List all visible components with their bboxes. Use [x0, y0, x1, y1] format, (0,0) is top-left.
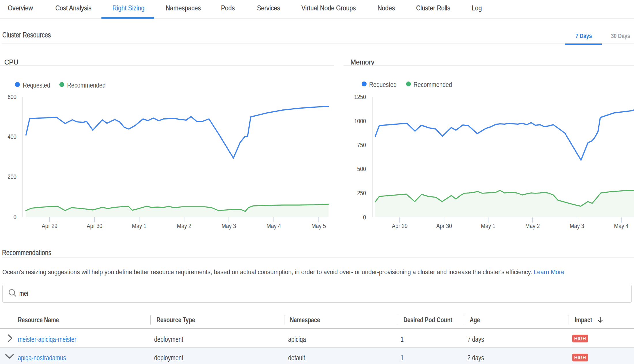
svg-text:May 3: May 3 — [222, 223, 236, 230]
svg-text:1000: 1000 — [354, 118, 366, 125]
svg-text:400: 400 — [7, 133, 16, 140]
svg-text:Apr 29: Apr 29 — [42, 223, 57, 230]
svg-text:Apr 29: Apr 29 — [392, 223, 407, 230]
svg-text:0: 0 — [363, 214, 366, 221]
svg-text:1250: 1250 — [354, 94, 366, 101]
svg-text:Apr 30: Apr 30 — [87, 223, 102, 230]
svg-text:May 2: May 2 — [177, 223, 191, 230]
svg-text:250: 250 — [357, 190, 366, 197]
svg-text:May 3: May 3 — [570, 223, 584, 230]
svg-text:May 5: May 5 — [312, 223, 326, 230]
svg-text:600: 600 — [7, 94, 16, 101]
svg-text:May 4: May 4 — [614, 223, 629, 230]
svg-text:May 4: May 4 — [267, 223, 281, 230]
svg-text:200: 200 — [7, 173, 16, 180]
svg-text:750: 750 — [357, 142, 366, 149]
svg-text:May 2: May 2 — [525, 223, 540, 230]
svg-text:May 1: May 1 — [481, 223, 495, 230]
svg-text:500: 500 — [357, 166, 366, 172]
svg-text:0: 0 — [14, 214, 16, 221]
svg-text:May 1: May 1 — [132, 223, 146, 230]
svg-text:Apr 30: Apr 30 — [436, 223, 452, 230]
